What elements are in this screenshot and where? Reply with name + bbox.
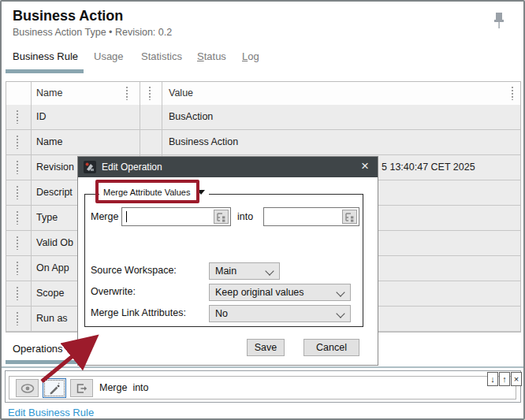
attribute-name: Descript [36, 180, 73, 205]
value-column-header[interactable]: Value [169, 82, 193, 105]
merge-link-attributes-label: Merge Link Attributes: [91, 304, 186, 322]
row-drag-handle-icon[interactable] [17, 136, 18, 149]
move-down-button[interactable]: ↓ [487, 372, 498, 386]
source-workspace-label: Source Workspace: [91, 262, 177, 279]
eye-icon [20, 384, 35, 393]
chevron-down-icon [336, 309, 344, 318]
attribute-name: Scope [36, 281, 64, 306]
cancel-button[interactable]: Cancel [303, 339, 359, 356]
merge-label: Merge [91, 207, 118, 226]
name-column-header[interactable]: Name [36, 82, 62, 105]
pencil-icon [48, 382, 61, 395]
tab-usage[interactable]: Usage [94, 50, 124, 62]
row-drag-handle-icon[interactable] [17, 312, 18, 325]
row-drag-handle-icon[interactable] [17, 186, 18, 199]
overwrite-dropdown[interactable]: Keep original values [209, 284, 351, 301]
view-operation-button[interactable] [16, 379, 39, 397]
active-tab-underline [6, 69, 84, 73]
operations-tab-underline [6, 360, 84, 364]
overwrite-value: Keep original values [215, 287, 304, 298]
mini-column-menu-icon[interactable] [149, 87, 151, 100]
dialog-close-button[interactable]: × [357, 158, 373, 174]
tree-picker-icon [216, 212, 226, 222]
page-subtitle: Business Action Type • Revision: 0.2 [13, 27, 172, 38]
column-divider [31, 82, 32, 332]
save-button[interactable]: Save [247, 339, 285, 356]
dialog-title: Edit Operation [102, 157, 162, 177]
row-drag-handle-icon[interactable] [17, 211, 18, 225]
attribute-name: Revision [36, 155, 74, 180]
source-workspace-dropdown[interactable]: Main [209, 262, 280, 280]
tab-statistics[interactable]: Statistics [141, 50, 182, 62]
tree-picker-icon [344, 212, 355, 222]
dialog-titlebar[interactable]: Edit Operation × [78, 157, 378, 177]
attribute-value: Business Action [169, 130, 238, 154]
page-title: Business Action [13, 8, 123, 24]
into-label: into [237, 207, 253, 226]
tab-business-rule[interactable]: Business Rule [13, 50, 78, 62]
business-action-window: Business Action Business Action Type • R… [0, 0, 525, 420]
table-row-name[interactable]: Name Business Action [6, 130, 520, 155]
merge-target-input[interactable] [263, 207, 359, 226]
edit-business-rule-link[interactable]: Edit Business Rule [8, 407, 94, 418]
row-drag-handle-icon[interactable] [17, 161, 18, 174]
operation-type-value: Merge Attribute Values [103, 188, 190, 197]
attribute-name: Valid Ob [36, 231, 73, 255]
attribute-name: Name [36, 130, 62, 154]
row-drag-handle-icon[interactable] [17, 262, 18, 275]
attribute-name: Type [36, 206, 58, 230]
operation-row[interactable]: Merge into [9, 376, 516, 400]
merge-link-attributes-dropdown[interactable]: No [209, 305, 351, 322]
table-row-id[interactable]: ID BusAction [6, 105, 520, 130]
edit-operation-dialog: Edit Operation × Merge Attribute Values … [77, 156, 378, 366]
attribute-value: BusAction [169, 105, 213, 129]
source-workspace-value: Main [215, 266, 236, 277]
tab-operations[interactable]: Operations [13, 343, 63, 355]
edit-operation-button[interactable] [43, 378, 66, 398]
value-column-menu-icon[interactable] [512, 87, 513, 100]
operations-list: Merge into ↓ ↑ × [5, 370, 521, 403]
merge-link-attributes-value: No [215, 308, 228, 319]
extract-operation-button[interactable] [70, 379, 93, 397]
move-up-button[interactable]: ↑ [499, 372, 510, 386]
attribute-name: Run as [36, 307, 68, 331]
row-drag-handle-icon[interactable] [17, 110, 18, 124]
merge-source-input[interactable] [121, 207, 231, 226]
overwrite-label: Overwrite: [91, 283, 136, 300]
attribute-name: ID [36, 105, 47, 129]
table-header-row: Name Value [6, 82, 520, 106]
chevron-down-icon [336, 288, 344, 296]
dropdown-arrow-icon [197, 190, 205, 195]
operation-summary: Merge into [99, 382, 149, 393]
remove-operation-button[interactable]: × [511, 372, 522, 386]
pick-source-attribute-button[interactable] [214, 210, 229, 224]
row-drag-handle-icon[interactable] [17, 236, 18, 250]
app-icon [84, 161, 96, 173]
tab-status[interactable]: Status [197, 50, 226, 62]
name-column-menu-icon[interactable] [126, 87, 128, 100]
pick-target-attribute-button[interactable] [342, 210, 357, 224]
operation-type-dropdown[interactable]: Merge Attribute Values [99, 184, 209, 200]
tab-log[interactable]: Log [242, 50, 259, 62]
attribute-name: On App [36, 256, 69, 281]
section-divider [2, 366, 523, 368]
text-cursor [126, 211, 127, 222]
export-icon [76, 383, 88, 394]
chevron-down-icon [265, 266, 274, 275]
attribute-value-fragment: 5 13:40:47 CET 2025 [382, 155, 475, 180]
row-drag-handle-icon[interactable] [17, 287, 18, 300]
pin-icon[interactable] [492, 11, 506, 38]
